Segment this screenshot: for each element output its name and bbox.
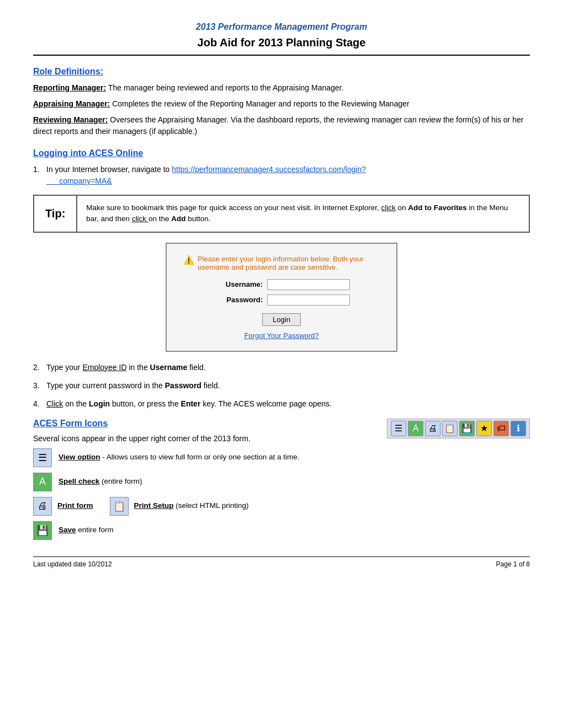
spell-check-desc: Spell check (entire form) <box>59 477 142 487</box>
add-to-favorites-text: Add to Favorites <box>408 204 467 212</box>
aces-form-icons-heading[interactable]: ACES Form Icons <box>33 419 387 429</box>
click-text-3: Click <box>46 399 63 408</box>
view-option-text: - Allows users to view full form or only… <box>102 453 299 461</box>
step-3: Type your current password in the Passwo… <box>46 380 530 392</box>
doc-title: Job Aid for 2013 Planning Stage <box>33 36 530 49</box>
reporting-manager-label: Reporting Manager: <box>33 83 106 92</box>
role-definitions-link[interactable]: Role Definitions: <box>33 67 103 76</box>
spell-check-name: Spell check <box>59 477 99 485</box>
username-input[interactable] <box>267 279 350 290</box>
print-setup-text: (select HTML printing) <box>176 501 248 510</box>
password-input[interactable] <box>267 295 350 306</box>
step-1: In your Internet browser, navigate to ht… <box>46 164 530 187</box>
view-option-desc: View option - Allows users to view full … <box>59 452 299 463</box>
step-1-text: In your Internet browser, navigate to <box>46 165 172 174</box>
login-screenshot: ⚠️ Please enter your login information b… <box>166 243 397 352</box>
save-name: Save <box>59 526 76 534</box>
toolbar-icon-info: ℹ <box>511 421 526 436</box>
last-updated: Last updated date 10/2012 <box>33 560 112 568</box>
username-row: Username: <box>183 279 380 290</box>
add-button-text: Add <box>171 215 185 223</box>
steps-list-2: Type your Employee ID in the Username fi… <box>46 362 530 410</box>
toolbar-icon-print1: 🖨 <box>425 421 440 436</box>
save-row: 💾 Save entire form <box>33 521 530 540</box>
employee-id-text: Employee ID <box>82 363 126 372</box>
step-4: Click on the Login button, or press the … <box>46 398 530 410</box>
logging-link[interactable]: Logging into ACES Online <box>33 148 143 158</box>
view-option-icon: ☰ <box>33 448 52 467</box>
steps-list: In your Internet browser, navigate to ht… <box>46 164 530 187</box>
password-bold: Password <box>165 381 201 390</box>
username-bold: Username <box>150 363 188 372</box>
print-setup-icon: 📋 <box>110 497 129 516</box>
footer-divider <box>33 556 530 557</box>
click-text-2: click <box>132 215 148 223</box>
footer: Last updated date 10/2012 Page 1 of 8 <box>33 560 530 568</box>
save-desc: Save entire form <box>59 525 114 536</box>
tip-box: Tip: Make sure to bookmark this page for… <box>33 195 530 233</box>
reviewing-manager-para: Reviewing Manager: Oversees the Appraisi… <box>33 114 530 137</box>
appraising-manager-desc: Completes the review of the Reporting Ma… <box>112 99 410 108</box>
username-label: Username: <box>213 280 263 288</box>
enter-bold: Enter <box>181 399 201 408</box>
page-header: 2013 Performance Management Program Job … <box>33 22 530 49</box>
aces-icons-description: Several icons appear in the upper right … <box>33 434 387 443</box>
aces-form-icons-section: ACES Form Icons Several icons appear in … <box>33 419 530 540</box>
login-button-row: Login <box>183 313 380 326</box>
print-setup-name: Print Setup <box>134 501 174 510</box>
toolbar-icon-save: 💾 <box>459 421 475 436</box>
login-bold: Login <box>89 399 110 408</box>
forgot-password-link[interactable]: Forgot Your Password? <box>183 331 380 340</box>
spell-check-icon: A <box>33 473 52 491</box>
view-option-row: ☰ View option - Allows users to view ful… <box>33 448 530 467</box>
logging-heading[interactable]: Logging into ACES Online <box>33 148 530 158</box>
save-text: entire form <box>78 526 114 534</box>
tip-content: Make sure to bookmark this page for quic… <box>77 196 529 232</box>
appraising-manager-label: Appraising Manager: <box>33 99 110 108</box>
logging-section: Logging into ACES Online In your Interne… <box>33 148 530 410</box>
step-2: Type your Employee ID in the Username fi… <box>46 362 530 373</box>
reviewing-manager-label: Reviewing Manager: <box>33 115 108 124</box>
print-setup-item: 📋 Print Setup (select HTML printing) <box>110 497 249 516</box>
save-icon: 💾 <box>33 521 52 540</box>
print-row: 🖨 Print form 📋 Print Setup (select HTML … <box>33 497 530 516</box>
print-form-item: 🖨 Print form <box>33 497 93 516</box>
login-button[interactable]: Login <box>262 313 301 326</box>
reporting-manager-para: Reporting Manager: The manager being rev… <box>33 82 530 94</box>
aces-icons-header-row: ACES Form Icons Several icons appear in … <box>33 419 530 443</box>
password-row: Password: <box>183 295 380 306</box>
view-option-name: View option <box>59 453 100 461</box>
program-title: 2013 Performance Management Program <box>33 22 530 32</box>
print-form-name: Print form <box>57 501 93 510</box>
print-form-desc: Print form <box>57 501 93 511</box>
login-warning-text: Please enter your login information belo… <box>198 255 380 271</box>
print-setup-desc: Print Setup (select HTML printing) <box>134 501 249 511</box>
password-label: Password: <box>213 296 263 304</box>
tip-label: Tip: <box>34 196 77 232</box>
aces-form-icons-link[interactable]: ACES Form Icons <box>33 419 108 428</box>
toolbar-icons-image: ☰ A 🖨 📋 💾 ★ 🏷 ℹ <box>387 419 530 438</box>
toolbar-icon-star: ★ <box>476 421 492 436</box>
print-form-icon: 🖨 <box>33 497 52 516</box>
toolbar-icon-print2: 📋 <box>442 421 458 436</box>
toolbar-icon-view: ☰ <box>391 421 406 436</box>
toolbar-icon-tag: 🏷 <box>493 421 509 436</box>
role-definitions-section: Role Definitions: Reporting Manager: The… <box>33 67 530 137</box>
aces-icons-left: ACES Form Icons Several icons appear in … <box>33 419 387 443</box>
click-text-1: click <box>381 204 396 212</box>
spell-check-row: A Spell check (entire form) <box>33 473 530 491</box>
toolbar-icon-spell: A <box>408 421 423 436</box>
appraising-manager-para: Appraising Manager: Completes the review… <box>33 98 530 110</box>
role-definitions-heading[interactable]: Role Definitions: <box>33 67 530 77</box>
reporting-manager-desc: The manager being reviewed and reports t… <box>108 83 344 92</box>
spell-check-text: (entire form) <box>102 477 142 485</box>
page-info: Page 1 of 8 <box>496 560 530 568</box>
login-warning: ⚠️ Please enter your login information b… <box>183 255 380 271</box>
warning-icon: ⚠️ <box>183 255 194 265</box>
header-divider <box>33 55 530 56</box>
